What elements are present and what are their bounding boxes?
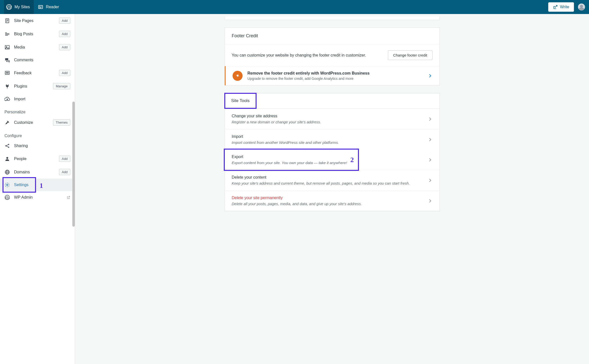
svg-point-17 [6,72,7,73]
topbar-my-sites[interactable]: My Sites [4,0,34,14]
chevron-right-icon [428,117,433,122]
annotation-number-2: 2 [350,156,354,164]
svg-point-31 [7,184,8,186]
customize-icon [5,120,10,125]
tool-subtitle: Keep your site's address and current the… [232,181,423,185]
sidebar-item-plugins[interactable]: Plugins Manage [0,80,75,93]
sidebar-item-feedback[interactable]: Feedback Add [0,66,75,80]
upsell-text: Remove the footer credit entirely with W… [248,71,423,81]
sidebar-label: Plugins [14,84,49,89]
plugin-icon [5,84,10,89]
sidebar-item-comments[interactable]: Comments [0,54,75,66]
media-icon [5,45,10,50]
tool-import[interactable]: Import Import content from another WordP… [225,129,440,150]
sidebar-item-sharing[interactable]: Sharing [0,140,75,152]
footer-credit-body: You can customize your website by changi… [225,44,440,66]
svg-point-19 [8,72,9,73]
tool-export[interactable]: Export Export content from your site. Yo… [225,150,358,170]
people-icon [5,156,10,162]
sidebar-item-wp-admin[interactable]: WP Admin [0,191,75,204]
tool-delete-site[interactable]: Delete your site permanently Delete all … [225,190,440,211]
sidebar-section-configure: Configure [0,129,75,140]
wordpress-logo-icon [6,4,12,10]
user-avatar[interactable] [578,4,585,11]
svg-point-18 [7,72,8,73]
tool-change-address[interactable]: Change your site address Register a new … [225,109,440,129]
sidebar-item-customize[interactable]: Customize Themes [0,116,75,129]
sidebar-item-import[interactable]: Import [0,93,75,105]
sidebar: Site Pages Add Blog Posts Add Media Add … [0,14,75,364]
annotation-highlight-2: Export Export content from your site. Yo… [224,149,359,171]
topbar-my-sites-label: My Sites [15,5,30,9]
annotation-number-1: 1 [40,182,43,190]
footer-credit-upsell[interactable]: Remove the footer credit entirely with W… [225,66,440,85]
svg-line-25 [6,145,8,146]
footer-credit-card: Footer Credit You can customize your web… [225,28,440,86]
share-icon [5,143,10,149]
sidebar-themes-button[interactable]: Themes [53,119,70,126]
tool-title: Import [232,134,423,139]
gear-icon [5,182,10,188]
topbar-reader-label: Reader [46,5,59,9]
sidebar-item-domains[interactable]: Domains Add [0,165,75,179]
sidebar-add-button[interactable]: Add [59,44,70,50]
chevron-right-icon [428,137,433,142]
sidebar-label: Blog Posts [14,32,55,36]
chevron-right-icon [428,198,433,203]
sidebar-label: Sharing [14,144,70,148]
sidebar-item-media[interactable]: Media Add [0,41,75,54]
sidebar-label: Feedback [14,71,55,75]
svg-rect-13 [5,35,8,36]
import-icon [5,96,10,102]
topbar-reader[interactable]: Reader [34,0,63,14]
main-content: Footer Credit You can customize your web… [75,14,589,364]
tool-delete-content[interactable]: Delete your content Keep your site's add… [225,170,440,190]
tool-subtitle: Delete all your posts, pages, media, and… [232,202,423,206]
site-tools-card: Site Tools Change your site address Regi… [225,93,440,211]
sidebar-add-button[interactable]: Add [59,31,70,37]
tool-title: Delete your site permanently [232,196,423,200]
write-button[interactable]: Write [548,2,574,12]
write-button-label: Write [560,5,569,9]
sidebar-label: Site Pages [14,19,55,23]
sidebar-item-people[interactable]: People Add [0,152,75,165]
page-icon [5,18,10,24]
sidebar-label: Customize [14,120,49,125]
tool-subtitle: Register a new domain or change your sit… [232,120,423,124]
comments-icon [5,57,10,63]
svg-line-26 [6,146,8,147]
sidebar-add-button[interactable]: Add [59,156,70,162]
sidebar-add-button[interactable]: Add [59,18,70,24]
sidebar-label: Domains [14,170,55,174]
site-tools-header: Site Tools [224,93,257,109]
chevron-right-icon [428,157,433,162]
sidebar-item-site-pages[interactable]: Site Pages Add [0,14,75,27]
svg-point-15 [6,46,7,47]
sidebar-item-settings[interactable]: Settings [0,179,75,191]
upsell-subtitle: Upgrade to remove the footer credit, add… [248,77,423,81]
sidebar-scrollbar[interactable] [72,102,75,227]
reader-icon [38,4,43,10]
sidebar-item-blog-posts[interactable]: Blog Posts Add [0,27,75,41]
tool-title: Change your site address [232,114,423,118]
change-footer-credit-button[interactable]: Change footer credit [388,50,433,60]
tool-subtitle: Import content from another WordPress si… [232,140,423,145]
chevron-right-icon [428,178,433,183]
sidebar-label: People [14,157,55,161]
sidebar-label: Comments [14,58,70,62]
sidebar-manage-button[interactable]: Manage [53,83,70,89]
sidebar-add-button[interactable]: Add [59,169,70,175]
site-tools-header-wrap: Site Tools [225,93,440,109]
svg-rect-2 [39,6,41,7]
sidebar-add-button[interactable]: Add [59,70,70,76]
posts-icon [5,31,10,37]
chevron-right-icon [428,73,433,78]
svg-point-27 [6,157,8,159]
svg-rect-12 [5,34,10,35]
tool-title: Export [232,155,351,159]
sidebar-label: Media [14,45,55,50]
topbar: My Sites Reader Write [0,0,589,14]
write-icon [553,5,558,10]
sidebar-section-personalize: Personalize [0,105,75,116]
footer-credit-header: Footer Credit [225,28,440,44]
